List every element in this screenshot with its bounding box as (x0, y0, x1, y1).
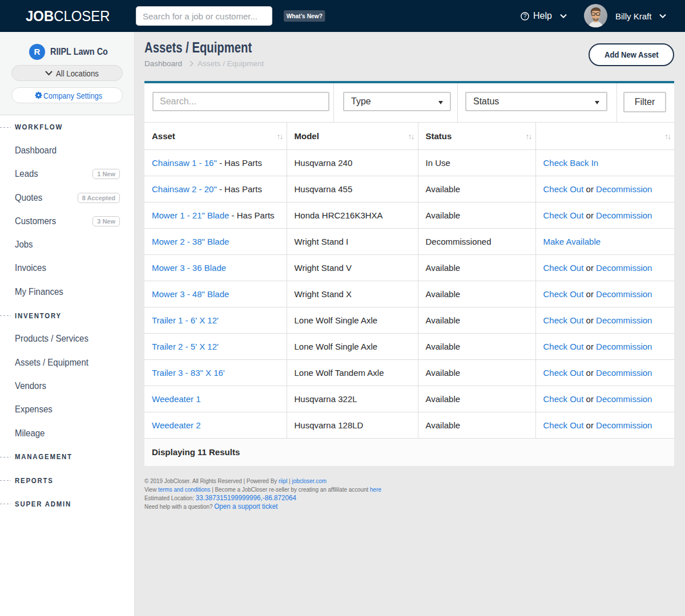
svg-text:?: ? (523, 13, 527, 19)
